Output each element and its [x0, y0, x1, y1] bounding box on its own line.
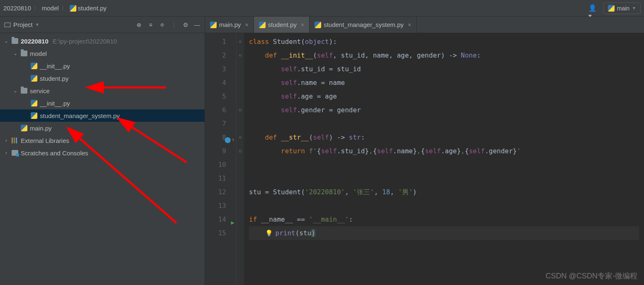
tree-row[interactable]: ›External Libraries: [0, 134, 205, 147]
project-tree[interactable]: ⌄20220810E:\py-project\20220810⌄model__i…: [0, 33, 205, 161]
tree-row[interactable]: student_manager_system.py: [0, 109, 205, 122]
code-line[interactable]: [249, 158, 639, 171]
line-number[interactable]: 6: [205, 103, 226, 117]
python-file-icon: [31, 112, 37, 119]
breadcrumb-item[interactable]: 20220810: [3, 5, 31, 12]
tree-item-label: model: [30, 50, 47, 57]
line-number[interactable]: 5: [205, 89, 226, 103]
settings-icon[interactable]: ⚙: [182, 22, 189, 28]
python-file-icon: [315, 22, 321, 28]
close-icon[interactable]: ×: [408, 22, 411, 28]
line-number[interactable]: 15: [205, 226, 226, 240]
fold-handle[interactable]: ⊖: [237, 35, 244, 48]
tree-row[interactable]: student.py: [0, 72, 205, 85]
fold-handle: [237, 62, 244, 76]
tree-arrow-icon: ⌄: [12, 51, 18, 56]
tab-label: student.py: [268, 21, 297, 28]
fold-gutter[interactable]: ⊖⊖⊟⊖⊟: [237, 33, 244, 285]
breadcrumb-item[interactable]: model: [42, 5, 59, 12]
locate-icon[interactable]: ⊕: [136, 22, 142, 28]
fold-handle[interactable]: ⊟: [237, 103, 244, 117]
fold-handle[interactable]: ⊖: [237, 48, 244, 62]
tree-row[interactable]: ›Scratches and Consoles: [0, 147, 205, 159]
collapse-all-icon[interactable]: ≑: [159, 22, 166, 28]
tree-row[interactable]: ⌄service: [0, 85, 205, 97]
code-line[interactable]: return f'{self.stu_id},{self.name},{self…: [249, 144, 639, 158]
editor-tab[interactable]: student_manager_system.py×: [310, 17, 417, 33]
code-line[interactable]: stu = Student('20220810', '张三', 18, '男'): [249, 185, 639, 199]
project-toolwindow-title[interactable]: Project ▼: [4, 21, 39, 28]
run-configuration-selector[interactable]: main ▼: [603, 2, 641, 14]
code-line[interactable]: [249, 171, 639, 185]
main-split: Project ▼ ⊕ ≡ ≑ | ⚙ — ⌄20220810E:\py-pro…: [0, 17, 644, 285]
tree-item-label: 20220810: [21, 38, 49, 45]
code-content[interactable]: class Student(object): def __init__(self…: [244, 33, 644, 285]
chevron-right-icon: 〉: [34, 5, 39, 12]
fold-handle: [237, 213, 244, 226]
line-number[interactable]: 1: [205, 35, 226, 48]
python-icon: [608, 5, 615, 12]
tree-row[interactable]: main.py: [0, 122, 205, 134]
tree-item-label: __init__.py: [40, 63, 70, 70]
code-line[interactable]: class Student(object):: [249, 35, 639, 48]
code-area[interactable]: 12345678⬤↑91011121314▶15 ⊖⊖⊟⊖⊟ class Stu…: [205, 33, 644, 285]
line-number[interactable]: 14▶: [205, 213, 226, 226]
breadcrumb-file-label: student.py: [78, 5, 107, 12]
python-file-icon: [70, 5, 76, 12]
editor-tab[interactable]: student.py×: [254, 17, 310, 33]
fold-handle: [237, 158, 244, 171]
hide-icon[interactable]: —: [194, 22, 200, 28]
python-file-icon: [31, 100, 37, 106]
code-line[interactable]: if __name__ == '__main__':: [249, 213, 639, 226]
fold-handle[interactable]: ⊟: [237, 144, 244, 158]
fold-handle: [237, 76, 244, 89]
tree-item-label: Scratches and Consoles: [21, 150, 88, 157]
tree-arrow-icon: ›: [3, 150, 9, 156]
line-number[interactable]: 2: [205, 48, 226, 62]
close-icon[interactable]: ×: [301, 22, 304, 28]
code-line[interactable]: [249, 117, 639, 130]
code-line[interactable]: [249, 199, 639, 213]
code-line[interactable]: self.stu_id = stu_id: [249, 62, 639, 76]
code-line[interactable]: 💡print(stu): [249, 226, 639, 240]
python-file-icon: [21, 125, 27, 131]
tree-row[interactable]: __init__.py: [0, 60, 205, 72]
line-number[interactable]: 3: [205, 62, 226, 76]
top-bar: 20220810 〉 model 〉 student.py 👤▾ main ▼: [0, 0, 644, 17]
line-number[interactable]: 13: [205, 199, 226, 213]
tree-row[interactable]: ⌄model: [0, 47, 205, 60]
code-line[interactable]: self.name = name: [249, 76, 639, 89]
line-number[interactable]: 8⬤↑: [205, 130, 226, 144]
code-line[interactable]: def __init__(self, stu_id, name, age, ge…: [249, 48, 639, 62]
tree-item-label: student.py: [40, 75, 68, 82]
fold-handle: [237, 199, 244, 213]
line-number[interactable]: 7: [205, 117, 226, 130]
line-number[interactable]: 11: [205, 171, 226, 185]
folder-icon: [12, 38, 18, 44]
code-line[interactable]: def __str__(self) -> str:: [249, 130, 639, 144]
line-number[interactable]: 9: [205, 144, 226, 158]
close-icon[interactable]: ×: [245, 22, 249, 28]
top-right-controls: 👤▾ main ▼: [588, 2, 641, 14]
line-number-gutter[interactable]: 12345678⬤↑91011121314▶15: [205, 33, 237, 285]
run-config-label: main: [617, 5, 629, 12]
line-number[interactable]: 4: [205, 76, 226, 89]
user-icon[interactable]: 👤▾: [588, 4, 598, 12]
tree-item-label: External Libraries: [21, 137, 69, 144]
editor-area: main.py×student.py×student_manager_syste…: [205, 17, 644, 285]
breadcrumb-item[interactable]: student.py: [70, 5, 107, 12]
fold-handle[interactable]: ⊖: [237, 130, 244, 144]
code-line[interactable]: self.age = age: [249, 89, 639, 103]
chevron-right-icon: 〉: [61, 5, 67, 12]
tree-item-label: student_manager_system.py: [40, 112, 120, 119]
tab-label: main.py: [219, 21, 241, 28]
editor-tab[interactable]: main.py×: [205, 17, 254, 33]
tree-row[interactable]: ⌄20220810E:\py-project\20220810: [0, 35, 205, 47]
expand-all-icon[interactable]: ≡: [147, 22, 154, 28]
tree-row[interactable]: __init__.py: [0, 97, 205, 109]
code-line[interactable]: self.gender = gender: [249, 103, 639, 117]
line-number[interactable]: 12: [205, 185, 226, 199]
run-gutter-icon[interactable]: ▶: [231, 216, 234, 229]
line-number[interactable]: 10: [205, 158, 226, 171]
tree-item-label: service: [30, 87, 50, 94]
